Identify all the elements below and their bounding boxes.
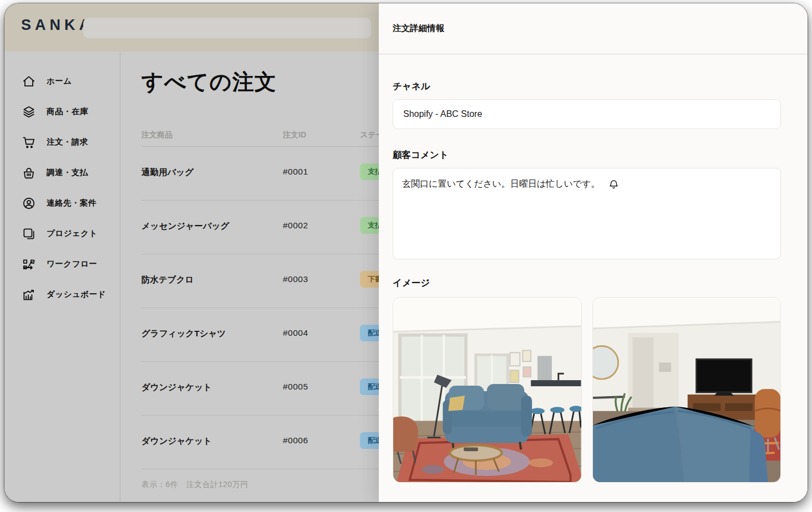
sidebar-item-workflows[interactable]: ワークフロー xyxy=(4,249,120,279)
order-detail-panel: 注文詳細情報 チャネル Shopify - ABC Store 顧客コメント 玄… xyxy=(379,3,808,502)
order-product: 通勤用バッグ xyxy=(141,167,194,178)
sidebar: ホーム 商品・在庫 注文・請求 調達・支払 連絡先・案件 プロジェクト xyxy=(4,52,120,502)
workflow-icon xyxy=(22,257,36,272)
customer-comment-label: 顧客コメント xyxy=(393,149,781,161)
project-icon xyxy=(22,227,36,241)
order-id: #0006 xyxy=(283,436,308,446)
sidebar-item-dashboard[interactable]: ダッシュボード xyxy=(4,279,120,310)
channel-label: チャネル xyxy=(393,80,781,93)
sidebar-item-home[interactable]: ホーム xyxy=(4,66,120,96)
channel-value: Shopify - ABC Store xyxy=(403,109,482,119)
layers-icon xyxy=(22,105,36,119)
order-product: 防水テブクロ xyxy=(141,274,194,286)
contact-icon xyxy=(22,196,36,211)
order-id: #0003 xyxy=(283,274,308,284)
images-row xyxy=(393,297,781,483)
living-room-photo-1[interactable] xyxy=(393,297,582,483)
order-product: グラフィックTシャツ xyxy=(141,328,226,340)
cart-icon xyxy=(22,135,36,150)
sidebar-item-products-inventory[interactable]: 商品・在庫 xyxy=(4,96,120,127)
sidebar-item-projects[interactable]: プロジェクト xyxy=(4,218,120,249)
sidebar-item-label: ワークフロー xyxy=(47,259,97,269)
sidebar-item-label: 注文・請求 xyxy=(47,137,88,147)
channel-input[interactable]: Shopify - ABC Store xyxy=(393,99,781,129)
column-header-order-id: 注文ID xyxy=(283,130,306,140)
sidebar-item-contacts-deals[interactable]: 連絡先・案件 xyxy=(4,188,120,218)
customer-comment-textarea[interactable]: 玄関口に置いてください。日曜日は忙しいです。 xyxy=(393,168,781,259)
order-id: #0002 xyxy=(283,221,308,231)
sidebar-item-label: プロジェクト xyxy=(47,228,98,239)
living-room-photo-2[interactable] xyxy=(592,297,781,483)
order-product: ダウンジャケット xyxy=(141,382,212,393)
home-icon xyxy=(22,74,36,89)
sidebar-item-label: 連絡先・案件 xyxy=(47,198,97,208)
dashboard-icon xyxy=(22,288,36,302)
sidebar-item-label: 商品・在庫 xyxy=(47,106,88,117)
sidebar-item-label: ホーム xyxy=(47,76,72,86)
panel-title: 注文詳細情報 xyxy=(393,23,444,34)
screenshot-stage: SANKA ホーム 商品・在庫 注文・請求 調達・支払 連 xyxy=(0,0,812,512)
panel-header: 注文詳細情報 xyxy=(379,3,808,54)
order-id: #0001 xyxy=(283,167,308,177)
app-window: SANKA ホーム 商品・在庫 注文・請求 調達・支払 連 xyxy=(4,3,808,502)
sidebar-item-orders-invoices[interactable]: 注文・請求 xyxy=(4,127,120,157)
panel-body: チャネル Shopify - ABC Store 顧客コメント 玄関口に置いてく… xyxy=(379,80,808,483)
order-product: メッセンジャーバッグ xyxy=(141,221,229,232)
images-label: イメージ xyxy=(393,277,781,289)
order-id: #0004 xyxy=(283,328,308,338)
page-title: すべての注文 xyxy=(141,67,277,97)
column-header-product: 注文商品 xyxy=(141,130,172,140)
search-input[interactable] xyxy=(83,18,371,38)
sidebar-item-procurement-payments[interactable]: 調達・支払 xyxy=(4,157,120,188)
basket-icon xyxy=(22,166,36,180)
customer-comment-value: 玄関口に置いてください。日曜日は忙しいです。 xyxy=(402,178,600,190)
bell-icon xyxy=(608,178,620,190)
sidebar-item-label: ダッシュボード xyxy=(47,289,106,300)
sidebar-item-label: 調達・支払 xyxy=(47,167,88,178)
order-id: #0005 xyxy=(283,382,308,392)
order-product: ダウンジャケット xyxy=(141,436,212,447)
